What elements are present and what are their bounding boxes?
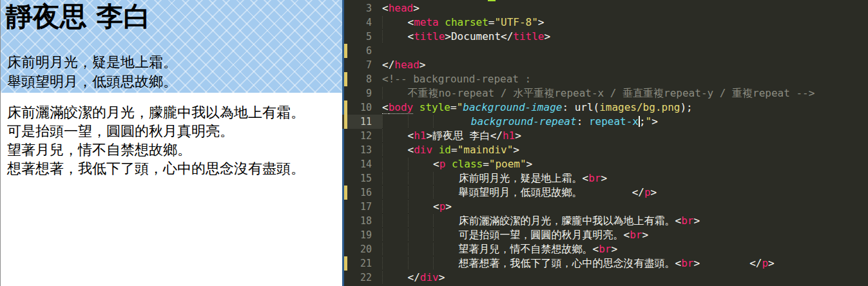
syntax-token: > [413,2,420,14]
poem-paragraph: 床前明月光，疑是地上霜。 舉頭望明月，低頭思故鄉。 [7,53,177,91]
syntax-token [382,243,408,255]
syntax-token [382,16,408,28]
code-line-text: 不重複no-repeat / 水平重複repeat-x / 垂直重複repeat… [382,87,815,99]
syntax-token [433,243,459,255]
line-number[interactable]: 19 [342,228,382,242]
code-line-text: <title>Document</title> [382,30,550,43]
line-number[interactable]: 17 [342,200,382,214]
syntax-token: title [414,30,445,43]
syntax-token: < [382,101,389,114]
syntax-token: </ [490,129,503,142]
syntax-token [382,30,408,43]
line-number[interactable]: 6 [342,44,382,58]
line-number[interactable]: 7 [342,58,382,72]
syntax-token [382,214,408,227]
code-line[interactable]: 6 [342,44,868,58]
code-line[interactable]: 7</head> [342,58,868,72]
code-line[interactable]: 19 可是抬頭一望，圓圓的秋月真明亮。<br> [342,228,868,242]
syntax-token: = [451,144,458,156]
syntax-token [408,229,434,241]
line-number[interactable]: 20 [342,242,382,256]
line-number[interactable]: 16 [342,186,382,200]
syntax-token: meta [414,16,439,28]
modified-line-marker [344,100,347,115]
line-number[interactable]: 4 [342,15,382,30]
code-line[interactable]: 3<head> [342,1,868,15]
syntax-token: Document [451,30,501,43]
code-line[interactable]: 8<!-- background-repeat : [342,72,868,86]
line-number[interactable]: 18 [342,214,382,228]
syntax-token [433,229,459,241]
code-line[interactable]: 5 <title>Document</title> [342,30,868,44]
code-line[interactable]: 17 <p> [342,200,868,214]
line-number[interactable]: 8 [342,72,382,86]
line-number[interactable]: 15 [342,171,382,186]
syntax-token: id [439,144,451,156]
line-number[interactable]: 3 [342,1,382,15]
code-line[interactable]: 15 床前明月光，疑是地上霜。<br> [342,171,868,186]
syntax-token [439,16,445,28]
syntax-token: body [389,101,414,114]
syntax-token: > [445,200,452,213]
code-editor-pane[interactable]: 3<head>4 <meta charset="UTF-8">5 <title>… [342,0,868,286]
code-line-text: background-repeat: repeat-x;"> [382,115,658,128]
line-number[interactable]: 14 [342,157,382,171]
code-line[interactable]: 21 想著想著，我低下了頭，心中的思念沒有盡頭。<br> </p> [342,256,868,271]
syntax-token [413,101,420,113]
code-line[interactable]: 9 不重複no-repeat / 水平重複repeat-x / 垂直重複repe… [342,86,868,100]
code-line-text: <!-- background-repeat : [382,73,531,85]
paraphrase-line: 望著月兒，情不自禁想故鄉。 [7,140,305,159]
line-number[interactable]: 10 [342,100,382,115]
code-line[interactable]: 10<body style="background-image: url(ima… [342,100,868,115]
syntax-token: > [420,59,426,71]
syntax-token: " [646,115,652,128]
syntax-token: 靜夜思 李白 [432,129,490,142]
code-line[interactable]: 4 <meta charset="UTF-8"> [342,15,868,30]
code-line[interactable]: 22 </div> [342,271,868,285]
syntax-token: > [526,158,533,170]
code-line[interactable]: 16 舉頭望明月，低頭思故鄉。 </p> [342,186,868,200]
line-number[interactable]: 22 [342,271,382,285]
syntax-token [382,144,408,156]
line-number[interactable]: 9 [342,86,382,100]
syntax-token [445,158,452,170]
syntax-token: = [450,101,457,113]
syntax-token: < [382,2,389,14]
syntax-token: < [433,200,439,213]
syntax-token [382,229,408,241]
code-line[interactable]: 14 <p class="poem"> [342,157,868,171]
syntax-token [408,257,434,269]
code-line[interactable]: 12 <h1>靜夜思 李白</h1> [342,129,868,143]
code-line-text: 舉頭望明月，低頭思故鄉。 </p> [382,186,657,198]
code-line[interactable]: 18 床前灑滿皎潔的月光，朦朧中我以為地上有霜。<br> [342,214,868,228]
syntax-token: < [675,257,682,269]
code-line[interactable]: 13 <div id="maindiv"> [342,143,868,157]
syntax-token: > [612,243,618,255]
syntax-token: 想著想著，我低下了頭，心中的思念沒有盡頭。 [459,257,675,269]
code-line-text: </div> [382,271,445,283]
code-line-text: <p class="poem"> [382,158,532,170]
syntax-token: div [414,144,432,156]
syntax-token: < [408,16,414,28]
line-number[interactable]: 13 [342,143,382,157]
syntax-token: </ [501,30,513,43]
code-line-text: <head> [382,2,420,14]
syntax-token [408,243,434,255]
rendered-page-pane: 靜夜思 李白 床前明月光，疑是地上霜。 舉頭望明月，低頭思故鄉。 床前灑滿皎潔的… [0,0,342,286]
syntax-token [700,257,749,269]
syntax-token: < [675,214,682,227]
line-number[interactable]: 21 [342,256,382,271]
code-lines-container: 3<head>4 <meta charset="UTF-8">5 <title>… [342,1,868,285]
paraphrase-line: 床前灑滿皎潔的月光，朦朧中我以為地上有霜。 [7,103,305,122]
code-line[interactable]: 20 望著月兒，情不自禁想故鄉。<br> [342,242,868,256]
syntax-token [432,144,439,156]
syntax-token [382,158,408,170]
syntax-token: images/bg.png [599,101,680,113]
code-line[interactable]: 11 background-repeat: repeat-x;"> [342,115,868,129]
syntax-token [408,186,434,198]
syntax-token: p [439,200,446,213]
line-number[interactable]: 5 [342,30,382,44]
line-number[interactable]: 12 [342,129,382,143]
line-number[interactable]: 11 [342,115,382,129]
syntax-token [459,115,471,128]
